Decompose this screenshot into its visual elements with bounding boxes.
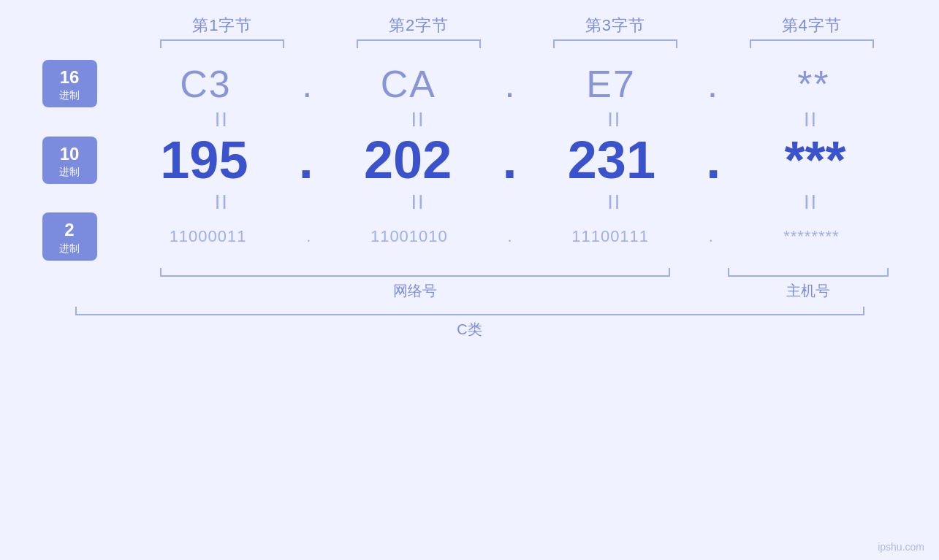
- host-label: 主机号: [786, 281, 830, 301]
- hex-byte2: CA: [312, 62, 504, 106]
- byte3-top-bracket: [517, 39, 714, 48]
- dec-dot3: .: [706, 130, 721, 190]
- dec-byte1: 195: [110, 130, 299, 190]
- dec-byte4: ***: [721, 130, 910, 190]
- class-label: C类: [457, 320, 482, 340]
- dec-dot2: .: [502, 130, 517, 190]
- byte1-top-bracket: [124, 39, 321, 48]
- byte3-header: 第3字节: [517, 15, 714, 37]
- bin-byte1: 11000011: [110, 227, 306, 246]
- hex-label: 16 进制: [29, 60, 110, 107]
- equals2-b1: ||: [124, 193, 321, 210]
- bin-byte2: 11001010: [311, 227, 507, 246]
- hex-dot1: .: [302, 62, 312, 106]
- bin-label: 2 进制: [29, 212, 110, 260]
- dec-byte2: 202: [313, 130, 503, 190]
- byte2-header: 第2字节: [321, 15, 517, 37]
- equals2-b4: ||: [713, 193, 910, 210]
- byte4-top-bracket: [713, 39, 910, 48]
- bin-byte4: ********: [713, 227, 910, 246]
- byte2-top-bracket: [321, 39, 517, 48]
- hex-byte1: C3: [110, 62, 302, 106]
- equals1-b2: ||: [321, 110, 517, 127]
- bin-byte3: 11100111: [512, 227, 709, 246]
- equals1-b3: ||: [517, 110, 714, 127]
- dec-label: 10 进制: [29, 137, 110, 184]
- equals1-b4: ||: [713, 110, 910, 127]
- equals1-b1: ||: [124, 110, 321, 127]
- watermark: ipshu.com: [878, 541, 924, 553]
- byte1-header: 第1字节: [124, 15, 321, 37]
- byte4-header: 第4字节: [713, 15, 910, 37]
- hex-byte3: E7: [515, 62, 707, 106]
- equals2-b3: ||: [517, 193, 714, 210]
- hex-dot2: .: [504, 62, 514, 106]
- hex-dot3: .: [707, 62, 718, 106]
- network-label: 网络号: [393, 281, 437, 301]
- dec-dot1: .: [299, 130, 313, 190]
- equals2-b2: ||: [321, 193, 517, 210]
- hex-byte4: **: [718, 62, 910, 106]
- dec-byte3: 231: [517, 130, 707, 190]
- class-bracket: C类: [75, 307, 864, 340]
